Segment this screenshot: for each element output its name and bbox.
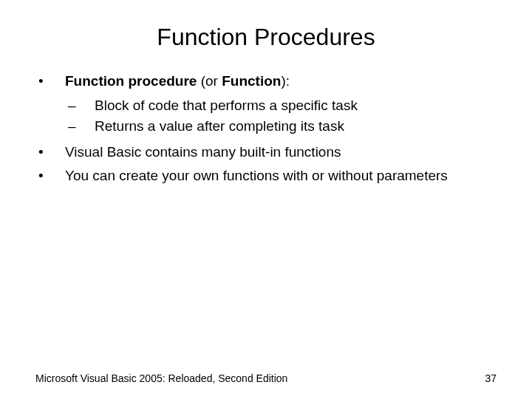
text-span: ): [281,73,290,89]
slide-footer: Microsoft Visual Basic 2005: Reloaded, S… [35,372,497,384]
bullet-item: • Visual Basic contains many built-in fu… [35,143,497,163]
bullet-item: • You can create your own functions with… [35,166,497,186]
sub-bullet-block: – Block of code that performs a specific… [35,96,497,137]
bullet-mark: • [35,72,65,92]
bold-text: Function procedure [65,73,197,89]
sub-bullet-mark: – [68,96,95,116]
page-number: 37 [485,372,497,384]
slide-title: Function Procedures [35,24,497,51]
sub-bullet-text: Returns a value after completing its tas… [95,117,497,137]
sub-bullet-item: – Returns a value after completing its t… [68,117,497,137]
slide: Function Procedures • Function procedure… [0,0,532,399]
slide-content: • Function procedure (or Function): – Bl… [35,72,497,186]
sub-bullet-item: – Block of code that performs a specific… [68,96,497,116]
bold-text: Function [222,73,281,89]
bullet-text: Function procedure (or Function): [65,72,497,92]
bullet-text: Visual Basic contains many built-in func… [65,143,497,163]
bullet-text: You can create your own functions with o… [65,166,497,186]
sub-bullet-mark: – [68,117,95,137]
text-span: (or [197,73,222,89]
bullet-item: • Function procedure (or Function): [35,72,497,92]
footer-text: Microsoft Visual Basic 2005: Reloaded, S… [35,372,287,384]
sub-bullet-text: Block of code that performs a specific t… [95,96,497,116]
bullet-mark: • [35,143,65,163]
bullet-mark: • [35,166,65,186]
